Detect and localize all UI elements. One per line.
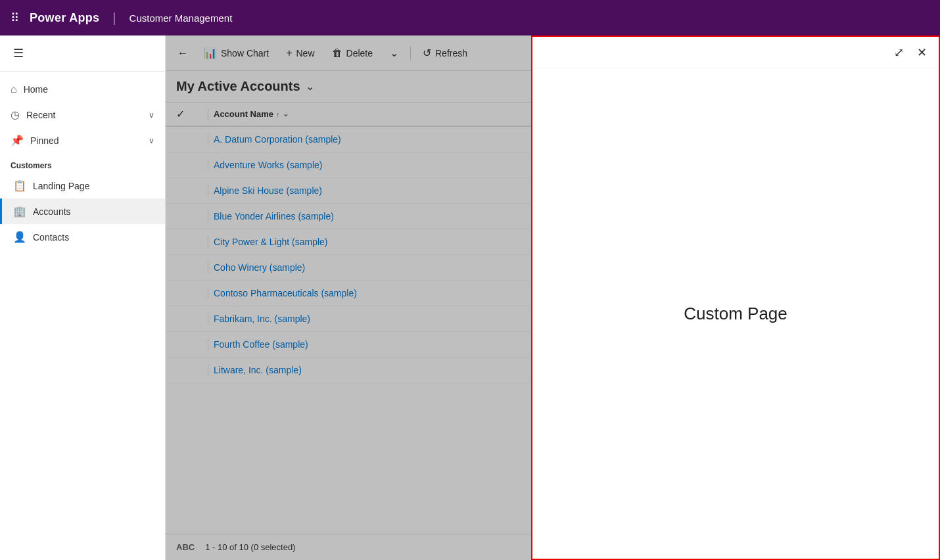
panel-content: Custom Page [532,68,939,559]
sidebar-pinned-label: Pinned [30,135,142,146]
recent-icon: ◷ [11,108,20,121]
home-icon: ⌂ [11,83,17,95]
landing-page-icon: 📋 [13,179,26,192]
header-divider: | [112,11,116,26]
app-subtitle: Customer Management [129,12,233,24]
sidebar-item-recent[interactable]: ◷ Recent ∨ [0,102,165,128]
content-area: ← 📊 Show Chart + New 🗑 Delete ⌄ ↺ Refres… [166,35,940,560]
hamburger-button[interactable]: ☰ [11,43,26,63]
app-title: Power Apps [30,11,99,25]
custom-page-panel: ⤢ ✕ Custom Page [531,35,940,560]
top-header: ⠿ Power Apps | Customer Management [0,0,940,35]
waffle-icon[interactable]: ⠿ [11,11,19,25]
sidebar-landing-page-label: Landing Page [33,181,89,191]
customers-section-header: Customers [0,153,165,173]
pinned-icon: 📌 [11,134,24,147]
sidebar-nav-items: ⌂ Home ◷ Recent ∨ 📌 Pinned ∨ Customers 📋… [0,72,165,255]
panel-header: ⤢ ✕ [532,37,939,68]
sidebar-recent-label: Recent [26,110,142,120]
main-layout: ☰ ⌂ Home ◷ Recent ∨ 📌 Pinned ∨ Customers… [0,35,940,560]
sidebar-nav-top: ☰ [0,35,165,72]
sidebar-item-home[interactable]: ⌂ Home [0,77,165,102]
sidebar-item-accounts[interactable]: 🏢 Accounts [0,198,165,224]
sidebar-item-landing-page[interactable]: 📋 Landing Page [0,173,165,198]
panel-page-title: Custom Page [684,304,787,324]
sidebar-item-pinned[interactable]: 📌 Pinned ∨ [0,128,165,153]
contacts-icon: 👤 [13,231,26,243]
sidebar: ☰ ⌂ Home ◷ Recent ∨ 📌 Pinned ∨ Customers… [0,35,166,560]
sidebar-contacts-label: Contacts [33,232,69,243]
panel-close-button[interactable]: ✕ [913,43,931,62]
pinned-chevron-icon: ∨ [149,136,154,145]
panel-expand-button[interactable]: ⤢ [890,43,908,62]
sidebar-home-label: Home [24,84,154,95]
sidebar-accounts-label: Accounts [33,206,71,217]
recent-chevron-icon: ∨ [149,110,154,120]
accounts-icon: 🏢 [13,205,26,218]
sidebar-item-contacts[interactable]: 👤 Contacts [0,224,165,250]
